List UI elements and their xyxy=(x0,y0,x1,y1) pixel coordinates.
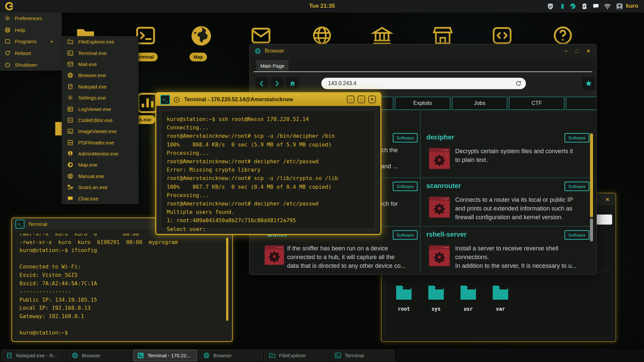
menu-item-shutdown[interactable]: Shutdown xyxy=(0,59,62,71)
battery-icon[interactable] xyxy=(559,3,566,10)
menu-item-reboot[interactable]: Reboot xyxy=(0,47,62,59)
cpu-pie-icon[interactable] xyxy=(569,3,576,10)
maximize-button[interactable]: □ xyxy=(576,48,578,54)
url-text[interactable]: 143.0.243.4 xyxy=(328,80,515,86)
submenu-item-label: PDFReader.exe xyxy=(78,140,114,145)
submenu-item-label: ImageViewer.exe xyxy=(78,128,117,134)
maximize-button[interactable]: □ xyxy=(358,96,365,103)
close-button[interactable]: ✕ xyxy=(368,96,376,103)
chat-icon[interactable] xyxy=(592,3,599,10)
submenu-item-scanlan[interactable]: ScanLan.exe xyxy=(62,182,139,193)
menu-item-preferences[interactable]: Preferences xyxy=(0,12,62,24)
menu-item-programs[interactable]: Programs xyxy=(0,36,62,48)
scrollbar-thumb[interactable] xyxy=(226,238,228,321)
menu-item-help[interactable]: Help xyxy=(0,24,62,36)
browser-desktop-icon[interactable] xyxy=(311,24,333,47)
tab-exploits[interactable]: Exploits xyxy=(395,97,450,110)
submenu-item-fileexplorer[interactable]: FileExplorer.exe xyxy=(62,36,139,47)
window-icon xyxy=(4,38,11,45)
software-name[interactable]: scanrouter xyxy=(426,182,461,190)
folder-icon[interactable] xyxy=(394,285,413,300)
submenu-item-map[interactable]: Map.exe xyxy=(62,159,139,170)
submenu-item-adminmonitor[interactable]: AdminMonitor.exe xyxy=(62,148,139,159)
terminal-output[interactable]: kuro@station:~$ ssh root@Nessn 170.220.5… xyxy=(161,111,375,229)
minimize-button[interactable]: – xyxy=(347,96,355,103)
wifi-icon[interactable] xyxy=(604,3,611,10)
store-desktop-icon[interactable] xyxy=(432,24,454,47)
chevron-right-icon xyxy=(273,80,281,87)
submenu-item-settings[interactable]: Settings.exe xyxy=(62,92,139,103)
page-tab[interactable]: Main Page xyxy=(256,60,288,72)
close-button[interactable]: ✕ xyxy=(605,197,609,202)
software-name[interactable]: decipher xyxy=(426,133,454,141)
submenu-item-browser[interactable]: Browser.exe xyxy=(62,70,139,81)
tab-jobs[interactable]: Jobs xyxy=(452,97,507,110)
gear-icon xyxy=(4,15,11,21)
gear-icon xyxy=(268,250,280,262)
clipboard-icon[interactable] xyxy=(581,3,588,10)
code-icon xyxy=(67,117,73,123)
folder-label[interactable]: sys xyxy=(421,306,451,312)
chat-icon xyxy=(67,195,73,202)
close-button[interactable]: ✕ xyxy=(586,48,590,54)
file-grid-panel xyxy=(385,271,612,338)
back-button[interactable] xyxy=(255,77,268,90)
desktop: Terminal Map ks.exe □ ✕ root sys usr var… xyxy=(0,0,644,362)
avatar[interactable] xyxy=(616,3,623,10)
taskbar-item-terminal-remote[interactable]: Terminal - 170.22... xyxy=(133,350,197,361)
map-desktop-label[interactable]: Map xyxy=(190,53,207,61)
submenu-item-mail[interactable]: Mail.exe xyxy=(62,59,139,70)
home-button[interactable] xyxy=(286,77,299,90)
bank-desktop-icon[interactable] xyxy=(371,24,393,47)
folder-label[interactable]: usr xyxy=(453,306,483,312)
folder-label[interactable]: var xyxy=(485,306,516,312)
folder-icon[interactable] xyxy=(459,285,478,300)
submenu-item-label: Terminal.exe xyxy=(78,50,107,56)
url-bar[interactable]: 143.0.243.4 xyxy=(321,78,526,89)
terminal-line: Select user: xyxy=(167,225,369,233)
minimize-button[interactable]: – xyxy=(565,48,568,54)
submenu-item-pdfreader[interactable]: PDFPDFReader.exe xyxy=(62,137,139,148)
taskbar-item-fileexplorer[interactable]: FileExplorer xyxy=(264,350,329,361)
top-bar: Tue 21:35 kuro xyxy=(0,0,644,13)
tab-partial[interactable] xyxy=(566,97,597,110)
shield-check-icon[interactable] xyxy=(547,3,554,10)
submenu-item-manual[interactable]: Manual.exe xyxy=(62,171,139,182)
taskbar-item-label: Browser xyxy=(213,353,232,358)
help-desktop-icon[interactable] xyxy=(552,24,574,47)
software-app-icon xyxy=(429,197,450,218)
taskbar-item-terminal-local[interactable]: Terminal xyxy=(330,350,394,361)
taskbar-item-browser[interactable]: Browser xyxy=(67,350,131,361)
mail-desktop-icon[interactable] xyxy=(250,24,272,47)
submenu-item-notepad[interactable]: Notepad.exe xyxy=(62,81,139,92)
submenu-item-terminal[interactable]: Terminal.exe xyxy=(62,47,139,58)
terminal-line: Processing... xyxy=(167,191,369,199)
taskbar-item-notepad[interactable]: Notepad.exe - /h... xyxy=(1,350,66,361)
reload-icon[interactable] xyxy=(515,80,522,87)
submenu-item-imageviewer[interactable]: ImageViewer.exe xyxy=(62,126,139,137)
terminal-output[interactable]: rwxr-xr-x kuro kuro 0 00:00 -rwxr-xr-x k… xyxy=(16,234,222,336)
forward-button[interactable] xyxy=(271,77,283,90)
folder-label[interactable]: root xyxy=(389,306,419,312)
menu-item-label: Shutdown xyxy=(15,62,37,68)
scrollbar-track[interactable] xyxy=(590,219,593,241)
folder-icon[interactable] xyxy=(491,285,510,300)
tab-ctf[interactable]: CTF xyxy=(509,97,565,110)
submenu-item-chat[interactable]: Chat.exe xyxy=(62,193,139,204)
software-app-icon xyxy=(265,245,284,265)
submenu-item-label: Chat.exe xyxy=(78,196,98,201)
username[interactable]: kuro xyxy=(626,3,638,9)
scrollbar-thumb[interactable] xyxy=(590,133,593,217)
code-desktop-icon[interactable] xyxy=(491,24,513,47)
software-name[interactable]: rshell-server xyxy=(426,231,467,238)
submenu-item-codeeditor[interactable]: CodeEditor.exe xyxy=(62,115,139,126)
folder-icon[interactable] xyxy=(427,285,445,300)
bookmark-button[interactable] xyxy=(582,77,595,90)
submenu-item-logviewer[interactable]: LogViewer.exe xyxy=(62,103,139,114)
map-desktop-icon[interactable] xyxy=(189,23,214,48)
taskbar-item-label: FileExplorer xyxy=(279,353,306,358)
browser-titlebar[interactable]: Browser xyxy=(250,44,596,58)
terminal-line: kuro@station:~$ ifconfig xyxy=(19,246,219,255)
taskbar-item-browser-2[interactable]: Browser xyxy=(199,350,263,361)
terminal-icon xyxy=(137,352,144,359)
